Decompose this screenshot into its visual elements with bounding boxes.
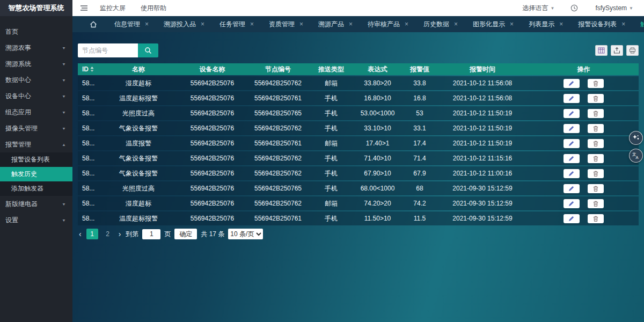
chevron-icon: ▼ (62, 78, 66, 82)
edit-button[interactable] (564, 79, 580, 88)
cell-device: 556942B25076 (179, 166, 246, 180)
delete-button[interactable] (588, 169, 604, 178)
delete-button[interactable] (588, 79, 604, 88)
history-clock-icon[interactable] (570, 4, 578, 12)
tab[interactable]: 报警设备列表 × (570, 16, 633, 32)
close-icon[interactable]: × (250, 20, 254, 28)
cell-node: 556942B250761 (246, 211, 310, 225)
tab-label: 图形化显示 (473, 20, 505, 29)
cell-device: 556942B25076 (179, 181, 246, 195)
close-icon[interactable]: × (405, 20, 408, 28)
close-icon[interactable]: × (621, 20, 625, 28)
delete-button[interactable] (588, 154, 604, 163)
close-icon[interactable]: × (349, 20, 353, 28)
table-row: 58... 湿度超标 556942B25076 556942B250762 邮箱… (78, 196, 639, 210)
sidebar-item[interactable]: 首页 (0, 24, 72, 40)
close-icon[interactable]: × (510, 20, 514, 28)
tab[interactable]: 历史数据 × (416, 16, 465, 32)
export-button[interactable] (611, 45, 623, 56)
edit-button[interactable] (564, 94, 580, 103)
translate-button[interactable]: 文A (629, 149, 643, 163)
cell-node: 556942B250762 (246, 196, 310, 210)
edit-button[interactable] (564, 139, 580, 148)
close-icon[interactable]: × (201, 20, 204, 28)
cell-push-type: 手机 (310, 151, 352, 165)
sidebar-item[interactable]: 设备中心 ▼ (0, 88, 72, 104)
delete-button[interactable] (588, 184, 604, 193)
edit-button[interactable] (564, 184, 580, 193)
tab[interactable]: 溯源产品 × (311, 16, 360, 32)
print-button[interactable] (626, 45, 639, 56)
sidebar-item[interactable]: 设置 ▼ (0, 212, 72, 228)
sidebar-item[interactable]: 添加触发器 (0, 181, 72, 196)
cell-name: 温度报警 (98, 136, 179, 150)
columns-filter-button[interactable] (595, 45, 608, 56)
edit-button[interactable] (564, 124, 580, 133)
sidebar-item[interactable]: 触发历史 (0, 167, 72, 181)
delete-button[interactable] (588, 109, 604, 118)
edit-button[interactable] (564, 154, 580, 163)
tab-home[interactable] (80, 21, 107, 28)
tab[interactable]: 溯源投入品 × (156, 16, 212, 32)
tab[interactable]: 列表显示 × (521, 16, 570, 32)
page-button[interactable]: 1 (86, 229, 98, 239)
pencil-icon (568, 126, 574, 131)
cell-name: 湿度超标 (98, 76, 179, 90)
edit-button[interactable] (564, 169, 580, 178)
delete-button[interactable] (588, 124, 604, 133)
nav-item-help[interactable]: 使用帮助 (141, 4, 166, 13)
nav-item-monitor[interactable]: 监控大屏 (100, 4, 126, 13)
page-size-select[interactable]: 10 条/页 (228, 229, 263, 239)
edit-button[interactable] (564, 214, 580, 223)
col-header-id[interactable]: ID (78, 63, 98, 75)
sidebar-item[interactable]: 报警设备列表 (0, 152, 72, 167)
delete-button[interactable] (588, 94, 604, 103)
sidebar-item[interactable]: 溯源农事 ▼ (0, 40, 72, 56)
close-icon[interactable]: × (299, 20, 303, 28)
sidebar-item[interactable]: 报警管理 ▲ (0, 136, 72, 152)
close-icon[interactable]: × (454, 20, 458, 28)
tab[interactable]: 资质管理 × (261, 16, 311, 32)
next-page-button[interactable]: › (118, 230, 122, 238)
cell-alarm-time: 2021-10-12 11:00:16 (436, 166, 529, 180)
close-icon[interactable]: × (145, 20, 149, 28)
language-select[interactable]: 选择语言 ▼ (522, 4, 554, 13)
cell-expression: 68.00<1000 (352, 181, 403, 195)
search-button[interactable] (138, 43, 158, 57)
cell-name: 气象设备报警 (98, 151, 179, 165)
edit-button[interactable] (564, 109, 580, 118)
chevron-icon: ▼ (62, 110, 66, 114)
user-menu[interactable]: fsfySystem ▼ (595, 4, 633, 12)
tab[interactable]: 信息管理 × (107, 16, 156, 32)
page-button[interactable]: 2 (102, 229, 114, 239)
hamburger-icon[interactable] (80, 5, 88, 11)
node-number-search-input[interactable] (78, 43, 138, 57)
delete-button[interactable] (588, 139, 604, 148)
cell-device: 556942B25076 (179, 211, 246, 225)
cell-expression: 74.20>20 (352, 196, 403, 210)
cell-expression: 11.50>10 (352, 211, 403, 225)
tab[interactable]: 图形化显示 × (465, 16, 521, 32)
tab[interactable]: 触发历史 × (633, 16, 644, 32)
sidebar-item[interactable]: 数据中心 ▼ (0, 72, 72, 88)
delete-button[interactable] (588, 214, 604, 223)
cell-name: 温度超标报警 (98, 91, 179, 105)
confirm-button[interactable]: 确定 (174, 229, 197, 239)
tab[interactable]: 待审核产品 × (360, 16, 416, 32)
tab-label: 信息管理 (114, 20, 140, 29)
delete-button[interactable] (588, 199, 604, 208)
cell-node: 556942B250762 (246, 151, 310, 165)
sidebar-item[interactable]: 摄像头管理 ▼ (0, 120, 72, 136)
sidebar-item[interactable]: 组态应用 ▼ (0, 104, 72, 120)
prev-page-button[interactable]: ‹ (78, 230, 83, 238)
cell-alarm-time: 2021-10-12 11:56:08 (436, 91, 529, 105)
edit-button[interactable] (564, 199, 580, 208)
ai-sparkle-button[interactable] (629, 131, 643, 145)
cell-alarm-value: 68 (403, 181, 436, 195)
close-icon[interactable]: × (559, 20, 563, 28)
sidebar-item[interactable]: 溯源系统 ▼ (0, 56, 72, 72)
tab[interactable]: 任务管理 × (212, 16, 261, 32)
sidebar-item[interactable]: 新版继电器 ▼ (0, 196, 72, 212)
pencil-icon (568, 216, 574, 222)
goto-page-input[interactable] (142, 229, 160, 239)
